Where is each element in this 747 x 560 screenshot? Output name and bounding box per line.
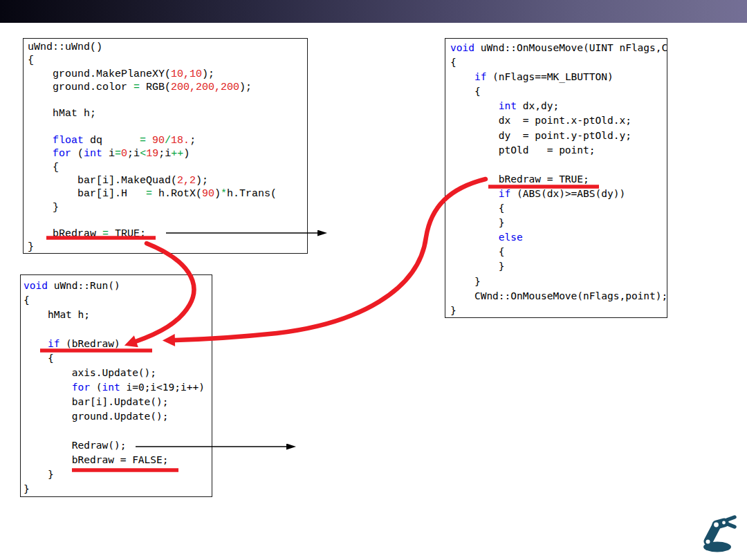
code-line: { bbox=[28, 54, 307, 67]
code-line: for (int i=0;i<19;i++) bbox=[24, 380, 212, 395]
code-line: void uWnd::Run() bbox=[24, 279, 212, 293]
code-line: } bbox=[450, 216, 667, 230]
code-line: } bbox=[450, 304, 667, 318]
code-box-uwnd-run: void uWnd::Run(){ hMat h; if (bRedraw) {… bbox=[20, 274, 212, 497]
code-line: bar[i].Update(); bbox=[24, 395, 212, 409]
code-line: bar[i].H = h.RotX(90)*h.Trans( bbox=[28, 187, 307, 200]
code-line: else bbox=[450, 230, 667, 245]
code-line: if (bRedraw) bbox=[24, 337, 212, 351]
code-line: { bbox=[24, 293, 212, 308]
code-line: ground.Update(); bbox=[24, 409, 212, 424]
code-box-uwnd-onmousemove: void uWnd::OnMouseMove(UINT nFlags,C{ if… bbox=[445, 38, 667, 318]
code-line: Redraw(); bbox=[24, 438, 212, 453]
code-line: hMat h; bbox=[28, 107, 307, 120]
code-line: CWnd::OnMouseMove(nFlags,point); bbox=[450, 289, 667, 304]
code-line: int dx,dy; bbox=[450, 99, 667, 113]
code-line: ptOld = point; bbox=[450, 143, 667, 158]
code-line: float dq = 90/18.; bbox=[28, 134, 307, 147]
code-line: ground.MakePlaneXY(10,10); bbox=[28, 68, 307, 81]
code-line: void uWnd::OnMouseMove(UINT nFlags,C bbox=[450, 41, 667, 55]
code-line: } bbox=[24, 482, 212, 496]
code-line bbox=[28, 94, 307, 107]
code-box-uwnd-constructor: uWnd::uWnd(){ ground.MakePlaneXY(10,10);… bbox=[23, 38, 308, 254]
code-line: { bbox=[450, 201, 667, 216]
code-line: for (int i=0;i<19;i++) bbox=[28, 147, 307, 160]
code-line: ground.color = RGB(200,200,200); bbox=[28, 81, 307, 94]
code-line: hMat h; bbox=[24, 308, 212, 322]
code-line: dy = point.y-ptOld.y; bbox=[450, 129, 667, 143]
code-line bbox=[28, 214, 307, 227]
code-line bbox=[450, 158, 667, 172]
code-line: } bbox=[24, 467, 212, 482]
code-line: uWnd::uWnd() bbox=[28, 41, 307, 54]
code-line: bRedraw = TRUE; bbox=[450, 172, 667, 187]
robot-arm-logo bbox=[699, 515, 737, 554]
code-line: { bbox=[28, 161, 307, 174]
code-line: dx = point.x-ptOld.x; bbox=[450, 113, 667, 128]
code-line: } bbox=[450, 274, 667, 289]
code-line: } bbox=[28, 241, 307, 254]
code-line: { bbox=[24, 351, 212, 366]
code-line: bRedraw = TRUE; bbox=[28, 227, 307, 241]
code-line: axis.Update(); bbox=[24, 366, 212, 380]
slide-header-bar bbox=[0, 0, 747, 23]
code-line: if (ABS(dx)>=ABS(dy)) bbox=[450, 187, 667, 201]
code-line: } bbox=[28, 201, 307, 214]
code-line: } bbox=[450, 259, 667, 274]
code-line: { bbox=[450, 84, 667, 99]
code-line bbox=[28, 121, 307, 134]
code-line: bar[i].MakeQuad(2,2); bbox=[28, 174, 307, 187]
code-line: { bbox=[450, 55, 667, 70]
code-line bbox=[24, 322, 212, 337]
code-line bbox=[24, 424, 212, 438]
code-line: if (nFlags==MK_LBUTTON) bbox=[450, 70, 667, 84]
code-line: { bbox=[450, 245, 667, 259]
code-line: bRedraw = FALSE; bbox=[24, 453, 212, 467]
